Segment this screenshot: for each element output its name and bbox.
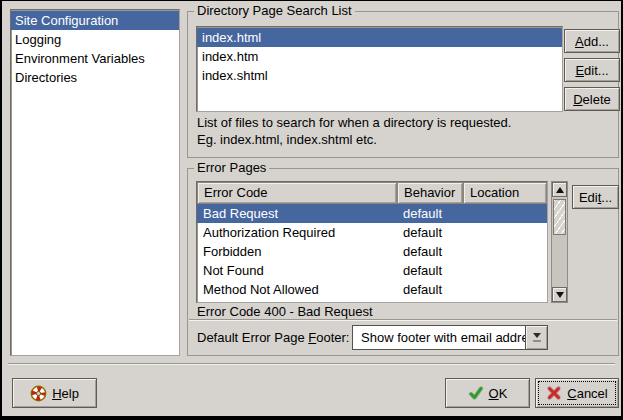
label-part: ooter: [316, 330, 349, 345]
cell-behavior: default [397, 261, 463, 280]
button-mnemonic: O [489, 386, 499, 401]
cell-behavior: default [397, 242, 463, 261]
button-label-part: K [499, 386, 508, 401]
button-label-part: ... [601, 190, 612, 205]
table-row-not-found[interactable]: Not Found default [197, 261, 547, 280]
cell-behavior: default [397, 223, 463, 242]
table-row-method-not-allowed[interactable]: Method Not Allowed default [197, 280, 547, 299]
button-label-part: elete [583, 92, 611, 107]
ok-button[interactable]: OK [445, 378, 530, 408]
arrow-up-icon [556, 187, 564, 193]
arrow-down-icon [556, 292, 564, 298]
edit-button[interactable]: Edit... [564, 58, 620, 82]
cancel-button[interactable]: Cancel [535, 378, 619, 408]
column-header-behavior[interactable]: Behavior [397, 182, 463, 204]
cell-error-code: Authorization Required [197, 223, 397, 242]
scroll-down-button[interactable] [552, 287, 567, 302]
table-row-authorization-required[interactable]: Authorization Required default [197, 223, 547, 242]
table-row-forbidden[interactable]: Forbidden default [197, 242, 547, 261]
sidebar-item-environment-variables[interactable]: Environment Variables [11, 49, 179, 68]
add-button[interactable]: Add... [564, 29, 620, 53]
button-mnemonic: A [575, 34, 584, 49]
directory-page-search-frame: Directory Page Search List index.html in… [187, 11, 619, 158]
button-label-part: elp [62, 386, 79, 401]
cell-location [463, 261, 547, 280]
cell-behavior: default [397, 204, 463, 223]
cell-error-code: Method Not Allowed [197, 280, 397, 299]
error-code-status-text: Error Code 400 - Bad Request [197, 304, 373, 319]
directory-description-line1: List of files to search for when a direc… [197, 115, 511, 130]
cell-location [463, 242, 547, 261]
list-item-index-shtml[interactable]: index.shtml [197, 66, 562, 85]
button-mnemonic: E [575, 63, 584, 78]
dropdown-selected-value: Show footer with email address [353, 326, 525, 349]
vertical-scrollbar[interactable] [551, 181, 568, 303]
button-mnemonic: H [52, 386, 61, 401]
directory-file-list: index.html index.htm index.shtml [196, 26, 563, 112]
button-mnemonic: C [567, 386, 576, 401]
button-label-part: dd... [584, 34, 609, 49]
column-header-location[interactable]: Location [463, 182, 547, 204]
default-error-page-footer-label: Default Error Page Footer: [197, 330, 349, 345]
help-button[interactable]: Help [12, 378, 97, 408]
edit-error-page-button[interactable]: Edit... [572, 185, 619, 209]
frame-title: Error Pages [194, 160, 269, 176]
scrollbar-thumb[interactable] [553, 199, 566, 235]
cell-behavior: default [397, 280, 463, 299]
green-check-icon [468, 385, 484, 401]
httpd-config-window: Site Configuration Logging Environment V… [0, 0, 623, 420]
frame-title: Directory Page Search List [194, 3, 355, 19]
button-label-part: dit... [584, 63, 609, 78]
dropdown-arrow-icon [533, 333, 541, 338]
error-pages-frame: Error Pages Error Code Behavior Location… [187, 168, 619, 356]
list-item-index-htm[interactable]: index.htm [197, 47, 562, 66]
sidebar-item-logging[interactable]: Logging [11, 30, 179, 49]
directory-description-line2: Eg. index.html, index.shtml etc. [197, 132, 377, 147]
table-row-bad-request[interactable]: Bad Request default [197, 204, 547, 223]
label-part: Default Error Page [197, 330, 308, 345]
dropdown-arrow-icon [533, 340, 541, 342]
list-item-index-html[interactable]: index.html [197, 28, 562, 47]
cell-error-code: Not Found [197, 261, 397, 280]
dropdown-arrow-button[interactable] [525, 326, 547, 349]
cell-error-code: Bad Request [197, 204, 397, 223]
button-mnemonic: D [573, 92, 582, 107]
cell-location [463, 204, 547, 223]
separator [8, 363, 615, 365]
button-label-part: ancel [577, 386, 608, 401]
button-label-part: Edi [579, 190, 598, 205]
cell-location [463, 280, 547, 299]
default-error-footer-dropdown[interactable]: Show footer with email address [352, 325, 548, 350]
column-header-error-code[interactable]: Error Code [197, 182, 397, 204]
red-x-icon [546, 385, 562, 401]
scroll-up-button[interactable] [552, 182, 567, 197]
error-pages-table: Error Code Behavior Location Bad Request… [196, 181, 548, 303]
table-header-row: Error Code Behavior Location [197, 182, 547, 204]
delete-button[interactable]: Delete [564, 87, 620, 111]
category-list: Site Configuration Logging Environment V… [10, 9, 180, 356]
sidebar-item-site-configuration[interactable]: Site Configuration [11, 11, 179, 30]
cell-error-code: Forbidden [197, 242, 397, 261]
separator [189, 319, 617, 321]
sidebar-item-directories[interactable]: Directories [11, 68, 179, 87]
life-preserver-icon [30, 385, 47, 402]
cell-location [463, 223, 547, 242]
